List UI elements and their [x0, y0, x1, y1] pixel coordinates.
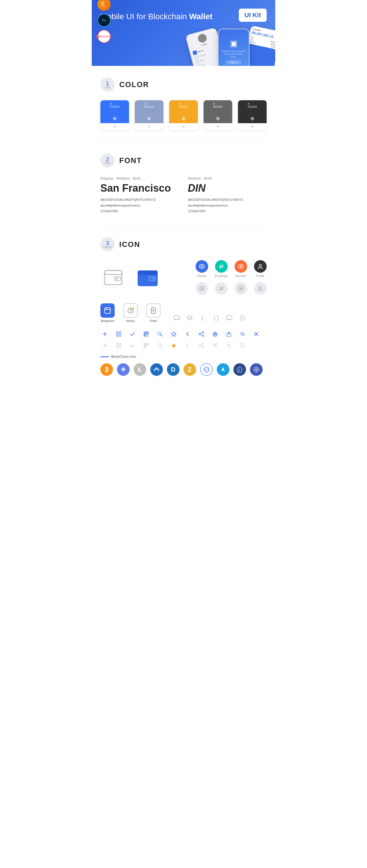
svg-point-24	[259, 265, 261, 267]
font-section: 2 TWO FONT Regular · Medium · Bold San F…	[92, 142, 275, 225]
color-dot	[147, 117, 151, 120]
font-din-style: Medium · Bold	[188, 176, 266, 181]
nav-icon-exchange: Exchange	[215, 260, 228, 278]
phone-center: ▣ Character may be mastered in the great…	[218, 29, 250, 66]
nav-icon-order: Order	[146, 303, 161, 322]
share-icon	[197, 330, 206, 339]
svg-line-69	[200, 334, 202, 336]
color-dot	[251, 117, 254, 120]
exchange-icon	[215, 260, 228, 273]
color-card-dark: #303030	[238, 100, 266, 130]
share-icon-gray	[197, 341, 206, 350]
color-card-gray: #666666	[204, 100, 232, 130]
svg-rect-86	[147, 344, 148, 345]
font-word: TWO	[105, 162, 111, 165]
blockchain-label-row: BlockChain Icon	[101, 355, 266, 359]
svg-rect-51	[116, 335, 118, 336]
search-icon-gray	[156, 341, 165, 350]
exchange-icon-gray	[215, 282, 228, 295]
svg-rect-49	[116, 332, 118, 334]
font-din: Medium · Bold DIN ABCDEFGHIJKLMNOPQRSTUV…	[188, 176, 266, 214]
svg-marker-91	[171, 343, 176, 348]
plus-icon	[101, 330, 110, 339]
qr-icon-gray	[142, 341, 151, 350]
moon-icon	[198, 313, 207, 322]
svg-point-26	[201, 288, 203, 289]
svg-marker-41	[187, 316, 192, 318]
font-din-lower: abcdefghijklmnopqrstuvwxyz	[188, 203, 266, 209]
sketch-badge	[97, 0, 111, 11]
icon-number-badge: 3 THREE	[101, 237, 115, 251]
svg-point-23	[240, 266, 242, 267]
swap-icon-gray	[224, 341, 233, 350]
nav-icon-assets: Assets	[196, 260, 208, 278]
color-swatch-blue: #3574FA	[101, 100, 129, 123]
svg-point-15	[116, 278, 117, 280]
x-icon-gray	[210, 341, 220, 350]
ethereum-icon	[117, 363, 130, 376]
color-swatch-slate: #8DA0C8	[135, 100, 163, 123]
plus-icon-gray	[101, 341, 110, 350]
svg-line-90	[161, 346, 162, 348]
discover-label: Discover	[235, 274, 247, 278]
svg-rect-56	[147, 332, 148, 333]
screens-count: 60+	[96, 35, 102, 38]
font-number-badge: 2 TWO	[101, 153, 115, 167]
color-section-header: 1 ONE COLOR	[101, 78, 266, 92]
profile-icon	[254, 260, 266, 273]
dash-icon: D	[167, 363, 179, 376]
chat-icon	[225, 313, 234, 322]
nav-icons-row2	[196, 282, 266, 295]
litecoin-icon: Ł	[134, 363, 146, 376]
svg-rect-54	[144, 332, 145, 333]
discover-icon	[234, 260, 247, 273]
color-number-badge: 1 ONE	[101, 78, 115, 92]
color-dot	[113, 117, 116, 120]
chevron-left-icon-gray	[183, 341, 192, 350]
icon-word: THREE	[103, 246, 112, 249]
svg-marker-64	[171, 332, 176, 336]
color-swatch-dark: #303030	[238, 100, 266, 123]
icon-number: 3	[106, 240, 109, 246]
icon-section: 3 THREE ICON	[92, 226, 275, 387]
order-label: Order	[150, 319, 157, 322]
svg-line-95	[200, 344, 202, 345]
svg-line-96	[200, 346, 202, 347]
phones-mockup: Profile Mainnet Message Night Fast	[186, 26, 275, 66]
profile-label: Profile	[256, 274, 264, 278]
history-icon	[123, 303, 138, 318]
misc-icons-gray-row	[101, 341, 266, 350]
grid-icon	[114, 330, 123, 339]
nav-icon-history: History	[123, 303, 138, 322]
font-section-header: 2 TWO FONT	[101, 153, 266, 167]
font-sf-nums: 1234567890	[101, 209, 179, 214]
history-label: History	[126, 319, 135, 322]
color-number: 1	[106, 81, 109, 86]
check-icon-gray	[128, 341, 137, 350]
star-icon	[169, 330, 178, 339]
qr-icon	[142, 330, 151, 339]
message-icon	[172, 313, 181, 322]
ui-kit-badge: UI Kit	[239, 9, 266, 22]
svg-point-29	[259, 286, 261, 289]
svg-rect-30	[105, 308, 110, 313]
chevron-left-icon	[183, 330, 192, 339]
grid-coin-icon	[200, 363, 213, 376]
svg-marker-111	[238, 368, 240, 372]
font-sf-lower: abcdefghijklmnopqrstuvwxyz	[101, 203, 179, 209]
svg-point-70	[214, 333, 216, 335]
svg-point-66	[199, 334, 200, 335]
ardor-icon	[233, 363, 246, 376]
blockchain-line	[101, 356, 109, 357]
color-card-slate: #8DA0C8	[135, 100, 163, 130]
management-label: Mangment	[101, 319, 114, 322]
hero-badges: Ps 60+ Screens	[97, 0, 111, 43]
icon-solid-wallet	[135, 265, 161, 290]
blockchain-text: BlockChain Icon	[111, 355, 136, 359]
font-sf-name: San Francisco	[101, 182, 179, 194]
info-icon	[238, 313, 247, 322]
svg-point-67	[202, 335, 204, 337]
color-card-blue: #3574FA	[101, 100, 129, 130]
color-dot	[216, 117, 220, 120]
svg-rect-52	[119, 335, 121, 336]
